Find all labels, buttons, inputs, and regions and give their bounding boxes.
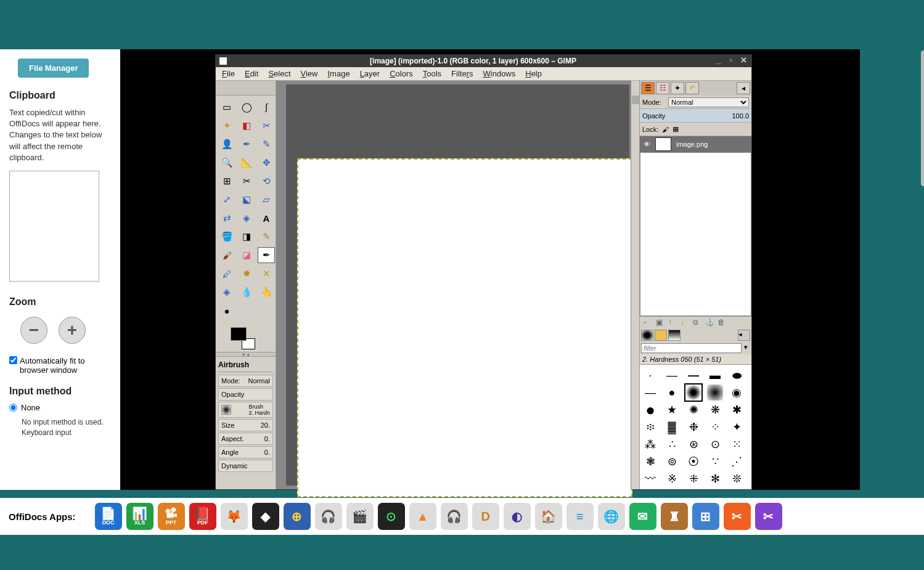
close-button[interactable]: ✕ bbox=[739, 57, 748, 65]
brush-dock-menu[interactable]: ◂ bbox=[738, 330, 750, 341]
flip-tool[interactable]: ⇄ bbox=[218, 210, 235, 226]
perspective-clone-tool[interactable]: ◈ bbox=[218, 284, 235, 300]
layer-row[interactable]: 👁 image.png bbox=[640, 136, 751, 152]
zoom-in-button[interactable]: + bbox=[59, 317, 86, 344]
ink-tool[interactable]: 🖊 bbox=[218, 266, 235, 282]
app-inkscape[interactable]: ◆ bbox=[252, 503, 279, 530]
opt-dynamics[interactable]: Dynamic bbox=[218, 460, 273, 472]
paintbrush-tool[interactable]: 🖌 bbox=[218, 247, 235, 263]
fg-color-swatch[interactable] bbox=[231, 327, 247, 341]
brush-item[interactable]: ⊛ bbox=[685, 436, 701, 452]
align-tool[interactable]: ⊞ bbox=[218, 173, 235, 189]
duplicate-layer-button[interactable]: ⧉ bbox=[693, 318, 701, 327]
menu-edit[interactable]: Edit bbox=[245, 69, 258, 78]
menu-tools[interactable]: Tools bbox=[423, 69, 441, 78]
new-layer-button[interactable]: ▫ bbox=[644, 318, 652, 327]
brush-item[interactable]: ❋ bbox=[707, 402, 723, 418]
autofit-checkbox[interactable] bbox=[9, 356, 17, 364]
layers-tab[interactable]: ☰ bbox=[641, 82, 655, 94]
layer-opacity-slider[interactable]: Opacity 100.0 bbox=[640, 109, 751, 123]
blur-tool[interactable]: 💧 bbox=[238, 284, 255, 300]
brush-item[interactable]: ▓ bbox=[664, 419, 680, 435]
app-doc[interactable]: 📄DOC bbox=[95, 503, 122, 530]
clone-tool[interactable]: ✹ bbox=[238, 266, 255, 282]
scissors-tool[interactable]: ✂ bbox=[258, 118, 275, 134]
brush-item[interactable]: ∵ bbox=[707, 454, 723, 470]
app-audio-editor[interactable]: ✂ bbox=[755, 503, 782, 530]
image-canvas[interactable] bbox=[297, 158, 632, 497]
brush-item[interactable]: ❉ bbox=[685, 419, 701, 435]
dodge-tool[interactable]: ● bbox=[218, 303, 235, 319]
brush-item[interactable]: 〰 bbox=[642, 471, 658, 487]
blend-tool[interactable]: ◨ bbox=[238, 229, 255, 245]
opt-aspect[interactable]: Aspect.0. bbox=[218, 433, 273, 445]
menu-colors[interactable]: Colors bbox=[390, 69, 413, 78]
app-pdf[interactable]: 📕PDF bbox=[189, 503, 216, 530]
brush-item[interactable]: — bbox=[685, 367, 701, 383]
brush-item[interactable]: ⁘ bbox=[707, 419, 723, 435]
color-picker-tool[interactable]: ✎ bbox=[258, 136, 275, 152]
app-python[interactable]: ⊕ bbox=[284, 503, 311, 530]
sidebar-scrollbar[interactable] bbox=[918, 49, 924, 490]
brush-item[interactable]: ✱ bbox=[729, 402, 745, 418]
bucket-fill-tool[interactable]: 🪣 bbox=[218, 229, 235, 245]
brush-item[interactable]: ⊙ bbox=[707, 436, 723, 452]
brush-item[interactable]: ✺ bbox=[685, 402, 701, 418]
brush-item[interactable]: ※ bbox=[664, 471, 680, 487]
move-tool[interactable]: ✥ bbox=[258, 155, 275, 171]
menu-select[interactable]: Select bbox=[268, 69, 290, 78]
app-mail[interactable]: ✉ bbox=[629, 503, 656, 530]
file-manager-button[interactable]: File Manager bbox=[18, 59, 89, 78]
maximize-button[interactable]: ▫ bbox=[727, 57, 735, 65]
app-eclipse[interactable]: ◐ bbox=[504, 503, 531, 530]
airbrush-tool[interactable]: ✒ bbox=[258, 247, 275, 263]
brush-item[interactable]: ⋰ bbox=[729, 454, 745, 470]
brush-item[interactable]: ◉ bbox=[729, 385, 745, 401]
rotate-tool[interactable]: ⟲ bbox=[258, 173, 275, 189]
menu-windows[interactable]: Windows bbox=[483, 69, 516, 78]
brush-item[interactable]: ⬬ bbox=[729, 367, 745, 383]
app-video-editor[interactable]: ✂ bbox=[724, 503, 751, 530]
opt-angle[interactable]: Angle0. bbox=[218, 446, 273, 458]
app-openshot[interactable]: 🎬 bbox=[346, 503, 374, 530]
brush-item[interactable]: ∴ bbox=[664, 436, 680, 452]
eraser-tool[interactable]: ◪ bbox=[238, 247, 255, 263]
brush-item[interactable] bbox=[707, 385, 723, 401]
anchor-layer-button[interactable]: ⚓ bbox=[705, 318, 714, 327]
delete-layer-button[interactable]: 🗑 bbox=[718, 318, 726, 327]
heal-tool[interactable]: ✕ bbox=[258, 266, 275, 282]
patterns-tab[interactable] bbox=[655, 330, 667, 341]
crop-tool[interactable]: ✂ bbox=[238, 173, 255, 189]
brush-item[interactable]: ❃ bbox=[642, 454, 658, 470]
menu-image[interactable]: Image bbox=[327, 69, 350, 78]
app-gedit[interactable]: ≡ bbox=[566, 503, 594, 530]
brush-item[interactable]: — bbox=[642, 385, 658, 401]
raise-layer-button[interactable]: ↑ bbox=[668, 318, 677, 327]
brush-item[interactable]: ✦ bbox=[729, 419, 745, 435]
opt-brush[interactable]: Brush2. Hardn bbox=[218, 402, 273, 418]
layers-list-area[interactable] bbox=[640, 152, 751, 316]
app-browser[interactable]: 🌐 bbox=[598, 503, 625, 530]
toolbox-tabs[interactable] bbox=[216, 81, 276, 96]
brush-item[interactable]: ፨ bbox=[642, 419, 658, 435]
lower-layer-button[interactable]: ↓ bbox=[681, 318, 689, 327]
menu-file[interactable]: File bbox=[222, 69, 235, 78]
brush-item[interactable]: ⊚ bbox=[664, 454, 680, 470]
menu-view[interactable]: View bbox=[301, 69, 318, 78]
gimp-titlebar[interactable]: [image] (imported)-1.0 (RGB color, 1 lay… bbox=[216, 55, 751, 67]
shear-tool[interactable]: ⬕ bbox=[238, 192, 255, 208]
minimize-button[interactable]: _ bbox=[714, 57, 723, 65]
gradients-tab[interactable] bbox=[668, 330, 681, 341]
brush-item[interactable]: ▬ bbox=[707, 367, 723, 383]
dock-menu-button[interactable]: ◂ bbox=[737, 82, 750, 94]
menu-filters[interactable]: Filters bbox=[451, 69, 473, 78]
zoom-out-button[interactable]: − bbox=[20, 317, 47, 344]
app-dia[interactable]: D bbox=[472, 503, 499, 530]
undo-tab[interactable]: ↶ bbox=[685, 82, 699, 94]
toolbox-resize-handle[interactable]: ▾ ◂ bbox=[216, 352, 276, 357]
layer-group-button[interactable]: ▣ bbox=[656, 318, 664, 327]
menu-layer[interactable]: Layer bbox=[360, 69, 380, 78]
eye-icon[interactable]: 👁 bbox=[644, 140, 650, 148]
brush-item-selected[interactable] bbox=[685, 385, 701, 401]
zoom-tool[interactable]: 🔍 bbox=[218, 155, 235, 171]
